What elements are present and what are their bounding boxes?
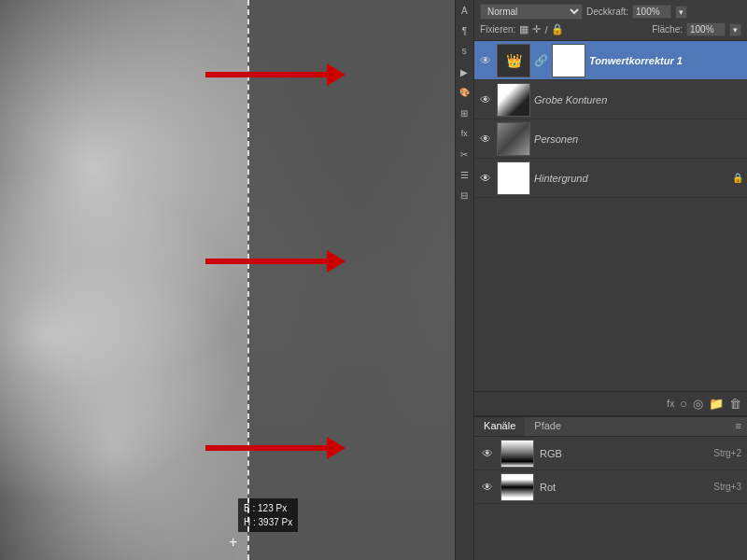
tab-kanale[interactable]: Kanäle [474,417,525,436]
layers-list: 👁 👑 🔗 Tonwertkorrektur 1 👁 Grobe Konture… [474,41,747,391]
layer-thumb-hintergrund [497,161,530,195]
blend-opacity-row: Normal Deckkraft: ▾ [480,4,741,20]
info-b-label: B : 123 Px [244,501,292,515]
canvas-area: B : 123 Px H : 3937 Px + [0,0,455,560]
channel-thumb-rot [500,473,534,501]
tool-color[interactable]: 🎨 [456,84,472,101]
layer-chain-icon-1[interactable]: 🔗 [534,54,548,67]
arrow-head-3 [327,437,345,459]
tool-minus[interactable]: ⊟ [456,187,472,203]
layer-visibility-eye-1[interactable]: 👁 [478,54,493,67]
tool-5[interactable]: 5 [456,43,472,60]
layer-lock-icon-4: 🔒 [732,173,743,183]
channel-name-rot: Rot [540,482,708,493]
channel-item-rgb[interactable]: 👁 RGB Strg+2 [474,437,747,470]
folder-icon-btn[interactable]: 📁 [709,397,724,411]
circle-icon-btn[interactable]: ○ [680,397,687,411]
layer-item-hintergrund[interactable]: 👁 Hintergrund 🔒 [474,159,747,198]
red-arrow-2 [205,250,345,273]
arrow-head-2 [327,250,345,273]
layer-item-tonwertkorrektur[interactable]: 👁 👑 🔗 Tonwertkorrektur 1 [474,41,747,80]
opacity-dropdown-btn[interactable]: ▾ [675,6,687,19]
toolbar-strip: A ¶ 5 ▶ 🎨 ⊞ fx ✂ ☰ ⊟ [455,0,474,560]
flache-input[interactable] [686,22,726,36]
arrow-head-1 [327,63,345,86]
layer-visibility-eye-3[interactable]: 👁 [478,133,493,146]
fix-lock-icon[interactable]: 🔒 [551,23,564,35]
info-h-label: H : 3937 Px [244,515,292,529]
trash-icon-btn[interactable]: 🗑 [729,397,741,411]
tool-layers[interactable]: ☰ [456,166,472,183]
target-icon-btn[interactable]: ◎ [693,397,703,411]
blend-mode-dropdown[interactable]: Normal [480,4,583,20]
channels-menu-icon[interactable]: ≡ [730,417,747,436]
tool-play[interactable]: ▶ [456,63,472,80]
flache-dropdown-btn[interactable]: ▾ [729,23,741,36]
arrow-shaft-3 [205,445,327,451]
fx-icon-btn[interactable]: fx [667,399,674,409]
layer-visibility-eye-2[interactable]: 👁 [478,93,493,106]
panel-top-controls: Normal Deckkraft: ▾ Fixieren: ▦ ✛ / 🔒 Fl… [474,0,747,41]
channels-panel: Kanäle Pfade ≡ 👁 RGB Strg+2 👁 Rot Strg+3 [474,415,747,560]
layer-thumb-personen [497,122,530,156]
layer-thumb-tonwert: 👑 [497,44,530,77]
flache-label: Fläche: [652,24,683,35]
channel-eye-rot[interactable]: 👁 [480,481,495,494]
layer-name-3: Personen [534,133,743,145]
fix-move-icon[interactable]: ✛ [532,23,541,35]
channel-eye-rgb[interactable]: 👁 [480,447,495,460]
layers-bottom-toolbar: fx ○ ◎ 📁 🗑 [474,391,747,415]
layer-name-1: Tonwertkorrektur 1 [589,55,743,66]
right-panel: Normal Deckkraft: ▾ Fixieren: ▦ ✛ / 🔒 Fl… [474,0,747,560]
channel-item-rot[interactable]: 👁 Rot Strg+3 [474,470,747,504]
channel-shortcut-rot: Strg+3 [713,482,741,492]
layer-thumb-grobe [497,83,530,117]
fix-row: Fixieren: ▦ ✛ / 🔒 Fläche: ▾ [480,22,741,36]
channel-name-rgb: RGB [540,448,708,459]
fix-checkerboard-icon[interactable]: ▦ [519,23,529,35]
red-arrow-3 [205,437,345,459]
opacity-input[interactable] [632,5,671,19]
opacity-label: Deckkraft: [586,7,628,17]
layer-name-4: Hintergrund [534,173,728,184]
arrow-shaft-1 [205,72,327,77]
crosshair-icon: + [229,534,237,551]
channel-shortcut-rgb: Strg+2 [713,448,741,458]
layer-visibility-eye-4[interactable]: 👁 [478,172,493,185]
layer-name-2: Grobe Konturen [534,94,743,105]
tool-grid[interactable]: ⊞ [456,105,472,121]
channels-tabs: Kanäle Pfade ≡ [474,417,747,437]
layer-item-grobe-konturen[interactable]: 👁 Grobe Konturen [474,80,747,119]
layer-mask-thumb-1 [552,44,585,77]
tool-fx[interactable]: fx [456,125,472,142]
arrow-shaft-2 [205,259,327,264]
fix-brush-icon[interactable]: / [544,24,547,35]
red-arrow-1 [205,63,345,86]
tool-paragraph[interactable]: ¶ [456,22,472,39]
layer-item-personen[interactable]: 👁 Personen [474,119,747,159]
channel-thumb-rgb [500,440,534,468]
tool-a[interactable]: A [456,2,472,19]
tool-scissor[interactable]: ✂ [456,146,472,162]
fix-label: Fixieren: [480,24,515,35]
tab-pfade[interactable]: Pfade [525,417,571,436]
